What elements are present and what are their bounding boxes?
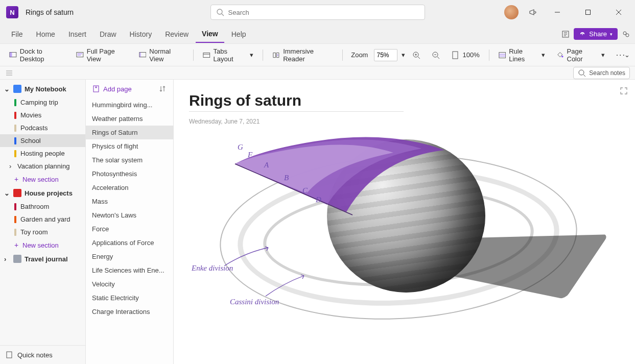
svg-line-34 (583, 75, 585, 77)
quick-notes-button[interactable]: Quick notes (0, 345, 85, 364)
section-item[interactable]: +New section (0, 173, 85, 186)
page-item[interactable]: Velocity (86, 277, 173, 291)
normal-view-button[interactable]: Normal View (135, 45, 189, 65)
page-100-icon (451, 51, 459, 59)
section-item[interactable]: Camping trip (0, 96, 85, 109)
dock-to-desktop-button[interactable]: Dock to Desktop (5, 45, 69, 65)
immersive-icon (272, 51, 280, 59)
sort-icon[interactable] (159, 85, 167, 93)
rule-lines-button[interactable]: Rule Lines ▾ (495, 45, 549, 65)
section-item[interactable]: Bathroom (0, 200, 85, 213)
page-item[interactable]: Photosynthesis (86, 167, 173, 181)
notebook-sidebar: ⌄My NotebookCamping tripMoviesPodcastsSc… (0, 80, 86, 364)
add-page-button[interactable]: Add page (92, 85, 132, 93)
ribbon-tab-file[interactable]: File (5, 26, 29, 42)
ribbon-tab-insert[interactable]: Insert (62, 26, 92, 42)
ribbon-tab-history[interactable]: History (124, 26, 158, 42)
ring-wedge-overlay (225, 132, 450, 229)
page-item[interactable]: Charge Interactions (86, 305, 173, 319)
immersive-reader-button[interactable]: Immersive Reader (268, 45, 337, 65)
section-item[interactable]: Toy room (0, 226, 85, 238)
page-item[interactable]: Energy (86, 250, 173, 263)
normal-label: Normal View (149, 47, 184, 63)
section-item[interactable]: ›Vacation planning (0, 160, 85, 173)
maximize-button[interactable] (578, 2, 598, 22)
page-item[interactable]: Rings of Saturn (86, 126, 173, 139)
page-item[interactable]: Applications of Force (86, 236, 173, 250)
zoom-in-button[interactable] (408, 49, 425, 61)
ring-label-a: A (264, 161, 269, 169)
view-toolbar: Dock to Desktop Full Page View Normal Vi… (0, 44, 635, 66)
page-item[interactable]: Physics of flight (86, 139, 173, 153)
page-item[interactable]: Mass (86, 195, 173, 208)
global-search[interactable] (210, 5, 425, 20)
ribbon-tabs: FileHomeInsertDrawHistoryReviewViewHelp … (0, 25, 635, 44)
tabs-layout-icon (203, 51, 210, 59)
megaphone-icon[interactable] (529, 8, 537, 16)
page-item[interactable]: Acceleration (86, 181, 173, 195)
page-item[interactable]: Newton's Laws (86, 208, 173, 222)
chevron-down-icon[interactable]: ▾ (402, 51, 405, 59)
section-item[interactable]: Movies (0, 109, 85, 122)
collab-icon[interactable] (622, 30, 630, 38)
avatar[interactable] (504, 5, 519, 19)
expand-icon[interactable] (620, 87, 628, 95)
tabs-layout-button[interactable]: Tabs Layout ▾ (199, 45, 257, 65)
page-list: Add page Hummingbird wing...Weather patt… (86, 80, 174, 364)
svg-rect-15 (139, 52, 140, 57)
add-page-label: Add page (103, 85, 132, 93)
minimize-button[interactable] (547, 2, 568, 22)
notebook-header[interactable]: ›Travel journal (0, 252, 85, 266)
page-color-button[interactable]: Page Color ▾ (552, 45, 609, 65)
svg-point-8 (626, 34, 629, 37)
page-title[interactable]: Rings of saturn (189, 92, 404, 112)
notebook-header[interactable]: ⌄My Notebook (0, 82, 85, 96)
zoom-out-button[interactable] (428, 49, 444, 61)
section-item[interactable]: Garden and yard (0, 213, 85, 226)
section-item[interactable]: School (0, 134, 85, 147)
rule-lines-icon (499, 51, 506, 59)
page-content: Rings of saturn Wednesday, June 7, 2021 … (174, 80, 635, 364)
ribbon-tab-review[interactable]: Review (159, 26, 195, 42)
ring-label-b: B (284, 174, 289, 182)
ribbon-tab-draw[interactable]: Draw (93, 26, 123, 42)
svg-rect-26 (499, 52, 506, 58)
close-button[interactable] (608, 2, 629, 22)
page-item[interactable]: Life Sciences with Ene... (86, 263, 173, 277)
section-item[interactable]: Hosting people (0, 147, 85, 160)
chevron-down-icon[interactable]: ⌄ (624, 51, 630, 59)
zoom-100-button[interactable]: 100% (447, 49, 483, 61)
quick-notes-icon (5, 351, 13, 359)
title-bar: N Rings of saturn (0, 0, 635, 25)
search-notes[interactable]: Search notes (573, 67, 630, 79)
page-item[interactable]: Hummingbird wing... (86, 98, 173, 112)
ring-label-d: D (316, 196, 321, 204)
ribbon-tab-view[interactable]: View (196, 26, 224, 43)
ribbon-tab-help[interactable]: Help (225, 26, 252, 42)
zoom-input[interactable] (374, 49, 397, 61)
page-date: Wednesday, June 7, 2021 (189, 118, 620, 125)
notebook-header[interactable]: ⌄House projects (0, 186, 85, 200)
global-search-input[interactable] (228, 9, 419, 16)
svg-point-29 (561, 55, 563, 57)
feed-icon[interactable] (561, 30, 570, 38)
section-item[interactable]: Podcasts (0, 122, 85, 134)
full-page-view-button[interactable]: Full Page View (72, 45, 132, 65)
ring-label-g: G (238, 143, 243, 152)
page-color-label: Page Color (567, 47, 597, 63)
dock-label: Dock to Desktop (20, 47, 65, 63)
page-item[interactable]: Weather patterns (86, 112, 173, 126)
page-item[interactable]: Force (86, 222, 173, 236)
section-item[interactable]: +New section (0, 238, 85, 252)
rule-lines-label: Rule Lines (509, 47, 537, 63)
chevron-down-icon: ▾ (542, 51, 545, 59)
share-button[interactable]: Share▾ (574, 28, 618, 40)
page-item[interactable]: Static Electricity (86, 291, 173, 305)
share-icon (579, 31, 586, 38)
immersive-label: Immersive Reader (283, 47, 333, 63)
ribbon-tab-home[interactable]: Home (30, 26, 61, 42)
page-item[interactable]: The solar system (86, 153, 173, 167)
svg-rect-35 (7, 352, 12, 358)
svg-line-23 (437, 57, 439, 59)
hamburger-icon[interactable] (5, 69, 13, 77)
